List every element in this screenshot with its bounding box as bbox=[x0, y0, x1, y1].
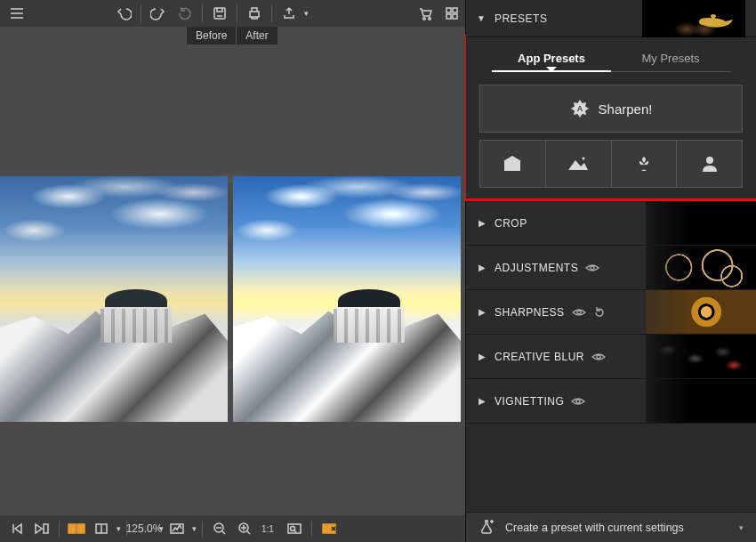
undo-button[interactable] bbox=[110, 0, 137, 27]
compare-split-button[interactable] bbox=[90, 515, 113, 542]
preset-tabs: App Presets My Presets bbox=[469, 40, 753, 72]
right-sidebar: ▼ PRESETS App Presets My Presets A Sharp… bbox=[465, 0, 756, 542]
svg-text:A: A bbox=[576, 104, 583, 113]
zoom-value-label: 125.0% bbox=[133, 515, 156, 542]
zoom-dropdown[interactable]: ▾ bbox=[159, 524, 164, 533]
preset-cat-portrait[interactable] bbox=[677, 140, 743, 188]
eye-icon[interactable] bbox=[585, 263, 599, 273]
create-preset-label: Create a preset with current settings bbox=[505, 522, 684, 534]
flask-icon bbox=[479, 518, 495, 538]
before-tab[interactable]: Before bbox=[187, 27, 237, 44]
preset-hero-label: Sharpen! bbox=[599, 101, 653, 117]
eye-icon[interactable] bbox=[571, 396, 585, 407]
svg-rect-0 bbox=[214, 8, 225, 19]
histogram-button[interactable] bbox=[165, 515, 189, 542]
chevron-right-icon: ▶ bbox=[479, 396, 486, 406]
preset-cat-landscape[interactable] bbox=[546, 140, 612, 188]
preset-cat-architecture[interactable] bbox=[479, 140, 546, 188]
svg-point-23 bbox=[583, 158, 585, 160]
section-adjustments-label: ADJUSTMENTS bbox=[495, 262, 578, 274]
zoom-in-button[interactable] bbox=[233, 515, 256, 542]
share-dropdown-icon[interactable]: ▾ bbox=[304, 9, 309, 18]
section-sharpness[interactable]: ▶ SHARPNESS bbox=[466, 290, 756, 335]
svg-rect-9 bbox=[68, 524, 76, 533]
section-creative-blur[interactable]: ▶ CREATIVE BLUR bbox=[466, 335, 756, 379]
reset-icon[interactable] bbox=[593, 306, 606, 319]
top-toolbar: ▾ bbox=[0, 0, 465, 27]
section-crop[interactable]: ▶ CROP bbox=[466, 201, 756, 246]
compare-mode-dropdown[interactable]: ▾ bbox=[117, 524, 121, 533]
preset-cat-macro[interactable] bbox=[612, 140, 678, 188]
svg-text:1:1: 1:1 bbox=[261, 524, 274, 534]
portrait-icon bbox=[700, 154, 720, 174]
after-tab[interactable]: After bbox=[237, 27, 277, 44]
compare-tabs: Before After bbox=[187, 27, 277, 44]
first-image-button[interactable] bbox=[5, 515, 28, 542]
chevron-right-icon: ▶ bbox=[479, 352, 486, 361]
svg-rect-6 bbox=[446, 14, 451, 19]
grid-view-button[interactable] bbox=[438, 0, 465, 27]
svg-point-17 bbox=[291, 527, 295, 531]
canvas-area[interactable] bbox=[0, 27, 465, 515]
presets-header[interactable]: ▼ PRESETS bbox=[466, 0, 756, 37]
preset-sharpen-button[interactable]: A Sharpen! bbox=[479, 85, 743, 133]
svg-point-24 bbox=[706, 157, 713, 164]
section-sharpness-label: SHARPNESS bbox=[495, 306, 565, 319]
tab-app-presets[interactable]: App Presets bbox=[492, 52, 611, 72]
architecture-icon bbox=[501, 154, 524, 174]
before-image[interactable] bbox=[0, 176, 228, 422]
histogram-dropdown[interactable]: ▾ bbox=[192, 524, 197, 533]
svg-point-25 bbox=[591, 266, 594, 270]
svg-point-27 bbox=[597, 355, 600, 359]
chevron-right-icon: ▶ bbox=[479, 263, 486, 272]
landscape-icon bbox=[567, 154, 590, 174]
svg-point-28 bbox=[576, 400, 580, 403]
section-creative-blur-label: CREATIVE BLUR bbox=[495, 351, 584, 363]
redo-button[interactable] bbox=[145, 0, 172, 27]
svg-point-2 bbox=[423, 18, 426, 20]
chevron-right-icon: ▶ bbox=[479, 307, 486, 317]
navigator-button[interactable] bbox=[318, 515, 341, 542]
chevron-down-icon: ▼ bbox=[477, 13, 486, 23]
eye-icon[interactable] bbox=[591, 352, 606, 362]
cart-button[interactable] bbox=[412, 0, 438, 27]
zoom-fit-button[interactable] bbox=[283, 515, 306, 542]
zoom-out-button[interactable] bbox=[208, 515, 231, 542]
svg-point-3 bbox=[429, 18, 431, 20]
bottom-toolbar: ▾ 125.0% ▾ ▾ 1:1 bbox=[0, 515, 465, 542]
save-button[interactable] bbox=[206, 0, 233, 27]
auto-badge-icon: A bbox=[570, 99, 590, 118]
svg-rect-7 bbox=[453, 14, 457, 19]
section-adjustments[interactable]: ▶ ADJUSTMENTS bbox=[466, 246, 756, 290]
presets-highlighted-box: App Presets My Presets A Sharpen! bbox=[463, 35, 756, 201]
presets-header-thumb bbox=[642, 0, 745, 37]
svg-rect-1 bbox=[250, 12, 259, 17]
section-crop-label: CROP bbox=[495, 217, 527, 230]
share-button[interactable] bbox=[276, 0, 302, 27]
section-vignetting-label: VIGNETTING bbox=[495, 395, 564, 408]
chevron-down-icon[interactable]: ▾ bbox=[739, 523, 744, 532]
create-preset-button[interactable]: Create a preset with current settings ▾ bbox=[466, 512, 756, 542]
presets-title: PRESETS bbox=[495, 12, 548, 25]
adjustment-accordion: ▶ CROP ▶ ADJUSTMENTS ▶ SHARPNESS ▶ CREAT… bbox=[466, 201, 756, 424]
svg-rect-20 bbox=[712, 16, 715, 19]
print-button[interactable] bbox=[241, 0, 268, 27]
macro-flower-icon bbox=[633, 154, 655, 174]
svg-rect-4 bbox=[446, 8, 451, 12]
preset-category-grid bbox=[479, 140, 743, 188]
next-image-button[interactable] bbox=[30, 515, 53, 542]
compare-sidebyside-button[interactable] bbox=[65, 515, 88, 542]
svg-point-26 bbox=[577, 311, 581, 314]
viewer-pane: ▾ Before After bbox=[0, 0, 465, 542]
svg-rect-10 bbox=[77, 524, 84, 533]
lamp-icon bbox=[696, 9, 738, 32]
zoom-100-button[interactable]: 1:1 bbox=[258, 515, 281, 542]
menu-button[interactable] bbox=[4, 0, 30, 27]
tab-my-presets[interactable]: My Presets bbox=[611, 52, 730, 72]
after-image[interactable] bbox=[233, 176, 461, 422]
section-vignetting[interactable]: ▶ VIGNETTING bbox=[466, 379, 756, 424]
chevron-right-icon: ▶ bbox=[479, 218, 486, 228]
svg-rect-5 bbox=[453, 8, 457, 12]
repeat-button[interactable] bbox=[172, 0, 198, 27]
eye-icon[interactable] bbox=[572, 307, 586, 318]
